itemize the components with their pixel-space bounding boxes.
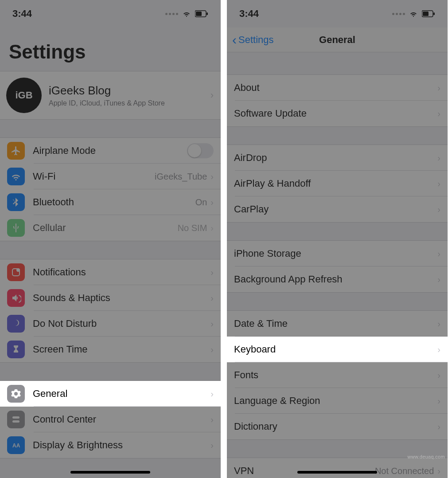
- carplay-row[interactable]: CarPlay›: [227, 196, 448, 222]
- svg-rect-1: [196, 12, 202, 16]
- wifi-row[interactable]: Wi-Fi iGeeks_Tube ›: [0, 164, 221, 189]
- storage-group: iPhone Storage› Background App Refresh›: [227, 240, 448, 293]
- system-group: General › Control Center › AA Display & …: [0, 380, 221, 458]
- row-label: Background App Refresh: [234, 274, 437, 285]
- row-label: Cellular: [33, 222, 178, 234]
- cellular-row[interactable]: Cellular No SIM ›: [0, 215, 221, 241]
- software-update-row[interactable]: Software Update›: [227, 101, 448, 126]
- chevron-right-icon: ›: [437, 274, 440, 285]
- profile-subtitle: Apple ID, iCloud, iTunes & App Store: [49, 99, 165, 107]
- chevron-right-icon: ›: [437, 179, 440, 189]
- row-label: Dictionary: [234, 421, 437, 432]
- fonts-row[interactable]: Fonts›: [227, 362, 448, 388]
- svg-rect-6: [12, 420, 19, 423]
- dictionary-row[interactable]: Dictionary›: [227, 414, 448, 439]
- page-title: Settings: [0, 27, 221, 71]
- chevron-right-icon: ›: [210, 293, 214, 303]
- home-indicator[interactable]: [297, 471, 377, 474]
- sounds-row[interactable]: Sounds & Haptics ›: [0, 285, 221, 311]
- settings-screen: 3:44 Settings iGB iGeeks Blog Apple ID, …: [0, 0, 221, 478]
- svg-rect-9: [423, 12, 429, 16]
- battery-icon: [195, 10, 208, 17]
- chevron-right-icon: ›: [437, 370, 440, 380]
- row-detail: No SIM: [178, 223, 207, 233]
- general-screen: 3:44 ‹ Settings General About› Software …: [227, 0, 448, 478]
- row-label: Date & Time: [234, 318, 437, 329]
- speaker-icon: [7, 289, 25, 307]
- nav-title: General: [319, 34, 355, 46]
- screentime-row[interactable]: Screen Time ›: [0, 337, 221, 362]
- chevron-right-icon: ›: [437, 345, 440, 355]
- airdrop-row[interactable]: AirDrop›: [227, 145, 448, 171]
- dnd-row[interactable]: Do Not Disturb ›: [0, 311, 221, 337]
- chevron-right-icon: ›: [437, 466, 440, 476]
- language-region-row[interactable]: Language & Region›: [227, 388, 448, 414]
- chevron-right-icon: ›: [437, 422, 440, 432]
- status-icons: [392, 10, 435, 18]
- background-refresh-row[interactable]: Background App Refresh›: [227, 266, 448, 292]
- chevron-right-icon: ›: [437, 109, 440, 119]
- chevron-right-icon: ›: [210, 440, 214, 451]
- row-label: AirPlay & Handoff: [234, 178, 437, 189]
- row-label: Do Not Disturb: [33, 318, 210, 329]
- chevron-right-icon: ›: [437, 396, 440, 406]
- watermark: www.deuaq.com: [407, 454, 445, 459]
- row-label: Control Center: [33, 414, 210, 425]
- airplane-mode-row[interactable]: Airplane Mode: [0, 138, 221, 164]
- row-label: Bluetooth: [33, 196, 195, 208]
- home-indicator[interactable]: [70, 471, 150, 474]
- chevron-right-icon: ›: [210, 345, 214, 355]
- wifi-icon: [409, 10, 418, 18]
- profile-name: iGeeks Blog: [49, 84, 165, 98]
- chevron-right-icon: ›: [210, 90, 214, 101]
- chevron-right-icon: ›: [210, 415, 214, 425]
- row-detail: iGeeks_Tube: [155, 172, 207, 182]
- row-label: General: [33, 388, 210, 400]
- row-label: Sounds & Haptics: [33, 292, 210, 304]
- row-label: Display & Brightness: [33, 439, 210, 451]
- row-label: CarPlay: [234, 204, 437, 215]
- date-time-row[interactable]: Date & Time›: [227, 311, 448, 337]
- status-icons: [165, 10, 208, 18]
- notifications-row[interactable]: Notifications ›: [0, 259, 221, 285]
- connectivity-group: Airplane Mode Wi-Fi iGeeks_Tube › Blueto…: [0, 137, 221, 241]
- chevron-right-icon: ›: [437, 319, 440, 329]
- vpn-group: VPNNot Connected›: [227, 458, 448, 478]
- chevron-right-icon: ›: [210, 197, 214, 208]
- status-time: 3:44: [239, 8, 259, 20]
- row-label: Fonts: [234, 369, 437, 381]
- alerts-group: Notifications › Sounds & Haptics › Do No…: [0, 259, 221, 363]
- status-time: 3:44: [12, 8, 32, 20]
- row-label: iPhone Storage: [234, 248, 437, 259]
- profile-group: iGB iGeeks Blog Apple ID, iCloud, iTunes…: [0, 71, 221, 120]
- chevron-right-icon: ›: [210, 172, 214, 182]
- row-label: Screen Time: [33, 344, 210, 355]
- connectivity-group: AirDrop› AirPlay & Handoff› CarPlay›: [227, 145, 448, 223]
- svg-point-4: [16, 268, 20, 272]
- vpn-row[interactable]: VPNNot Connected›: [227, 458, 448, 478]
- row-label: Airplane Mode: [33, 145, 187, 157]
- keyboard-row[interactable]: Keyboard›: [227, 337, 448, 362]
- gear-icon: [7, 385, 25, 403]
- status-bar: 3:44: [227, 0, 448, 27]
- airplay-row[interactable]: AirPlay & Handoff›: [227, 171, 448, 196]
- bluetooth-row[interactable]: Bluetooth On ›: [0, 189, 221, 215]
- locale-group: Date & Time› Keyboard› Fonts› Language &…: [227, 310, 448, 440]
- chevron-left-icon: ‹: [232, 36, 237, 44]
- about-row[interactable]: About›: [227, 75, 448, 101]
- airplane-toggle[interactable]: [187, 143, 214, 158]
- apple-id-row[interactable]: iGB iGeeks Blog Apple ID, iCloud, iTunes…: [0, 71, 221, 119]
- notifications-icon: [7, 263, 25, 281]
- row-label: Language & Region: [234, 395, 437, 407]
- nav-bar: ‹ Settings General: [227, 27, 448, 52]
- row-label: Software Update: [234, 108, 437, 119]
- svg-text:AA: AA: [12, 443, 20, 449]
- row-detail: Not Connected: [375, 466, 434, 476]
- back-label: Settings: [238, 34, 274, 46]
- chevron-right-icon: ›: [210, 389, 214, 399]
- display-row[interactable]: AA Display & Brightness ›: [0, 432, 221, 458]
- back-button[interactable]: ‹ Settings: [232, 34, 274, 46]
- general-row[interactable]: General ›: [0, 381, 221, 407]
- control-center-row[interactable]: Control Center ›: [0, 407, 221, 432]
- iphone-storage-row[interactable]: iPhone Storage›: [227, 241, 448, 266]
